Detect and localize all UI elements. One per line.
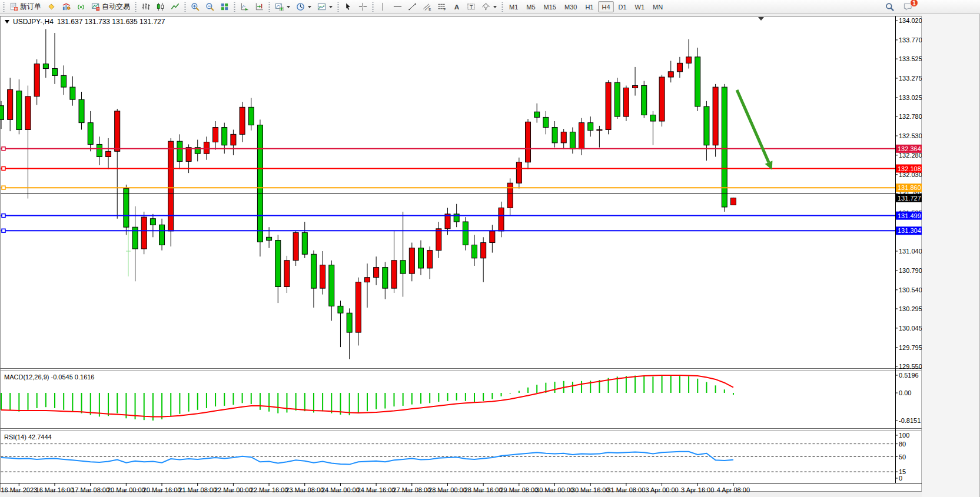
bars-type-icon bbox=[141, 2, 150, 11]
svg-text:131.860: 131.860 bbox=[898, 184, 921, 191]
fibonacci-tool-button[interactable]: F bbox=[435, 1, 449, 13]
arrows-tool-button[interactable] bbox=[479, 1, 499, 13]
auto-trading-button[interactable]: 自动交易 bbox=[89, 1, 132, 13]
toolbar-group-handle[interactable] bbox=[501, 2, 504, 12]
svg-text:22 Mar 00:00: 22 Mar 00:00 bbox=[214, 486, 253, 493]
toolbar-right: 1 bbox=[882, 1, 915, 13]
periods-button[interactable] bbox=[294, 1, 314, 13]
text-tool-icon: A bbox=[452, 2, 461, 11]
timeframe-h4-button[interactable]: H4 bbox=[598, 1, 613, 12]
line-anchor[interactable] bbox=[2, 186, 5, 189]
chart-window[interactable]: 134.020133.770133.525133.275133.025132.7… bbox=[0, 14, 980, 497]
svg-text:E: E bbox=[428, 7, 431, 11]
svg-text:133.770: 133.770 bbox=[899, 36, 922, 44]
svg-text:3 Apr 00:00: 3 Apr 00:00 bbox=[645, 486, 678, 493]
candlestick-chart-button[interactable] bbox=[154, 1, 167, 13]
svg-text:129.550: 129.550 bbox=[899, 363, 922, 370]
svg-text:131.040: 131.040 bbox=[899, 248, 922, 255]
new-chart-icon bbox=[275, 2, 284, 11]
new-chart-button[interactable] bbox=[273, 1, 293, 13]
cursor-tool-button[interactable] bbox=[341, 1, 355, 13]
cursor-icon bbox=[344, 2, 353, 11]
crosshair-tool-button[interactable] bbox=[356, 1, 370, 13]
signals-button[interactable] bbox=[74, 1, 88, 13]
timeframe-mn-button[interactable]: MN bbox=[649, 1, 666, 12]
chart-shift-button[interactable] bbox=[253, 1, 266, 13]
timeframe-m15-button[interactable]: M15 bbox=[540, 1, 560, 12]
horizontal-line-tool-button[interactable] bbox=[391, 1, 404, 13]
svg-text:100: 100 bbox=[899, 432, 909, 439]
new-order-icon bbox=[9, 2, 18, 11]
toolbar-group-handle[interactable] bbox=[184, 2, 187, 12]
timeframe-m5-button[interactable]: M5 bbox=[523, 1, 539, 12]
line-anchor[interactable] bbox=[2, 167, 5, 171]
svg-text:129.795: 129.795 bbox=[899, 344, 922, 351]
line-anchor[interactable] bbox=[2, 214, 5, 218]
svg-text:3 Apr 16:00: 3 Apr 16:00 bbox=[681, 486, 714, 493]
timeframe-d1-button[interactable]: D1 bbox=[615, 1, 630, 12]
svg-text:22 Mar 16:00: 22 Mar 16:00 bbox=[250, 486, 288, 493]
svg-text:131.304: 131.304 bbox=[898, 227, 921, 234]
toolbar: 新订单自动交易EFATM1M5M15M30H1H4D1W1MN 1 bbox=[0, 0, 980, 14]
dropdown-caret-icon bbox=[493, 6, 497, 8]
svg-text:16 Mar 16:00: 16 Mar 16:00 bbox=[36, 486, 74, 493]
timeframe-m30-button[interactable]: M30 bbox=[561, 1, 580, 12]
svg-text:80: 80 bbox=[899, 441, 906, 448]
profiles-button[interactable] bbox=[59, 1, 73, 13]
tile-windows-button[interactable] bbox=[218, 1, 231, 13]
line-anchor[interactable] bbox=[2, 229, 5, 232]
notifications-button[interactable]: 1 bbox=[901, 1, 915, 13]
svg-text:132.530: 132.530 bbox=[899, 132, 922, 139]
trendline-tool-button[interactable] bbox=[406, 1, 419, 13]
svg-text:130.045: 130.045 bbox=[899, 325, 922, 332]
auto-scroll-icon bbox=[240, 2, 249, 11]
dropdown-caret-icon bbox=[329, 6, 333, 8]
ohlc-label: 131.637 131.733 131.635 131.727 bbox=[57, 18, 165, 26]
search-button[interactable] bbox=[883, 1, 896, 13]
candlestick-chart[interactable]: 134.020133.770133.525133.275133.025132.7… bbox=[0, 14, 980, 497]
profile-icon bbox=[62, 2, 71, 11]
svg-text:131.727: 131.727 bbox=[898, 195, 921, 202]
svg-text:T: T bbox=[470, 4, 473, 10]
one-click-trading-toggle-icon[interactable] bbox=[5, 20, 9, 24]
toolbar-group-handle[interactable] bbox=[337, 2, 340, 12]
toolbar-group-handle[interactable] bbox=[134, 2, 137, 12]
text-tool-button[interactable]: A bbox=[450, 1, 463, 13]
toolbar-group-handle[interactable] bbox=[371, 2, 374, 12]
shapes-icon bbox=[481, 2, 490, 11]
macd-indicator-label: MACD(12,26,9) -0.0545 0.1616 bbox=[4, 373, 94, 381]
symbol-period-label: USDJPY-,H4 bbox=[13, 18, 54, 26]
templates-button[interactable] bbox=[315, 1, 335, 13]
svg-text:134.020: 134.020 bbox=[899, 17, 922, 24]
timeframe-m1-button[interactable]: M1 bbox=[506, 1, 521, 12]
new-order-button[interactable]: 新订单 bbox=[7, 1, 44, 13]
svg-text:31 Mar 08:00: 31 Mar 08:00 bbox=[607, 486, 645, 493]
toolbar-group-handle[interactable] bbox=[233, 2, 236, 12]
market-watch-button[interactable] bbox=[45, 1, 58, 13]
vertical-line-tool-button[interactable] bbox=[376, 1, 390, 13]
auto-scroll-button[interactable] bbox=[238, 1, 251, 13]
svg-text:132.780: 132.780 bbox=[899, 113, 922, 120]
line-chart-button[interactable] bbox=[168, 1, 182, 13]
line-anchor[interactable] bbox=[2, 147, 5, 151]
signal-icon bbox=[77, 2, 85, 11]
toolbar-group-handle[interactable] bbox=[268, 2, 271, 12]
zoom-in-button[interactable] bbox=[188, 1, 202, 13]
svg-text:133.275: 133.275 bbox=[899, 75, 922, 82]
timeframe-h1-button[interactable]: H1 bbox=[582, 1, 597, 12]
dropdown-caret-icon bbox=[308, 6, 311, 8]
svg-text:24 Mar 00:00: 24 Mar 00:00 bbox=[321, 486, 360, 493]
bar-chart-button[interactable] bbox=[139, 1, 152, 13]
svg-text:4 Apr 08:00: 4 Apr 08:00 bbox=[717, 486, 750, 493]
channel-tool-button[interactable]: E bbox=[420, 1, 434, 13]
zoom-in-icon bbox=[191, 2, 200, 11]
svg-text:21 Mar 08:00: 21 Mar 08:00 bbox=[178, 486, 217, 493]
zoom-out-button[interactable] bbox=[203, 1, 217, 13]
timeframe-w1-button[interactable]: W1 bbox=[632, 1, 649, 12]
svg-text:-0.8151: -0.8151 bbox=[899, 417, 921, 424]
toolbar-group-handle[interactable] bbox=[2, 2, 5, 12]
label-tool-button[interactable]: T bbox=[464, 1, 478, 13]
svg-text:A: A bbox=[454, 3, 460, 11]
label-tool-icon: T bbox=[467, 2, 476, 11]
svg-text:130.295: 130.295 bbox=[899, 305, 922, 312]
